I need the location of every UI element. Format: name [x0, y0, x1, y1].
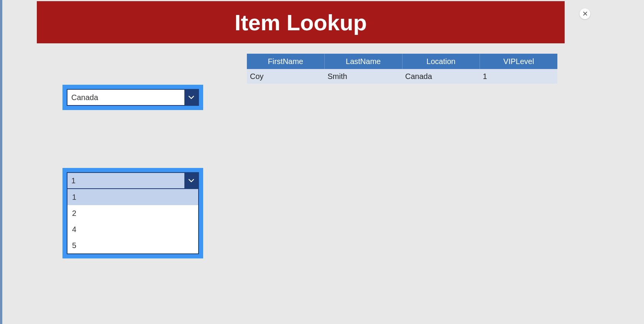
viplevel-combo-value: 1 — [67, 173, 184, 188]
cell-viplevel: 1 — [480, 72, 558, 81]
location-combo[interactable]: Canada — [67, 89, 199, 106]
close-button[interactable]: ✕ — [580, 8, 590, 19]
viplevel-dropdown: 1 2 4 5 — [67, 189, 199, 254]
table-row[interactable]: Coy Smith Canada 1 — [247, 69, 557, 84]
cell-location: Canada — [402, 72, 480, 81]
location-combo-container: Canada — [62, 85, 203, 110]
viplevel-option[interactable]: 1 — [67, 189, 198, 205]
chevron-down-icon[interactable] — [184, 90, 198, 105]
cell-lastname: Smith — [325, 72, 402, 81]
results-table: FirstName LastName Location VIPLevel Coy… — [247, 54, 557, 84]
viplevel-combo-container: 1 1 2 4 5 — [62, 168, 203, 258]
cell-firstname: Coy — [247, 72, 325, 81]
column-lastname[interactable]: LastName — [325, 54, 402, 69]
column-firstname[interactable]: FirstName — [247, 54, 325, 69]
page-header: Item Lookup — [37, 1, 565, 43]
viplevel-combo[interactable]: 1 — [67, 172, 199, 189]
column-location[interactable]: Location — [402, 54, 480, 69]
viplevel-option[interactable]: 5 — [67, 237, 198, 253]
viplevel-option[interactable]: 2 — [67, 205, 198, 221]
page-title: Item Lookup — [235, 10, 367, 35]
table-header: FirstName LastName Location VIPLevel — [247, 54, 557, 69]
chevron-down-icon[interactable] — [184, 173, 198, 188]
column-viplevel[interactable]: VIPLevel — [480, 54, 557, 69]
close-icon: ✕ — [582, 10, 588, 17]
viplevel-option[interactable]: 4 — [67, 221, 198, 237]
location-combo-value: Canada — [67, 90, 184, 105]
